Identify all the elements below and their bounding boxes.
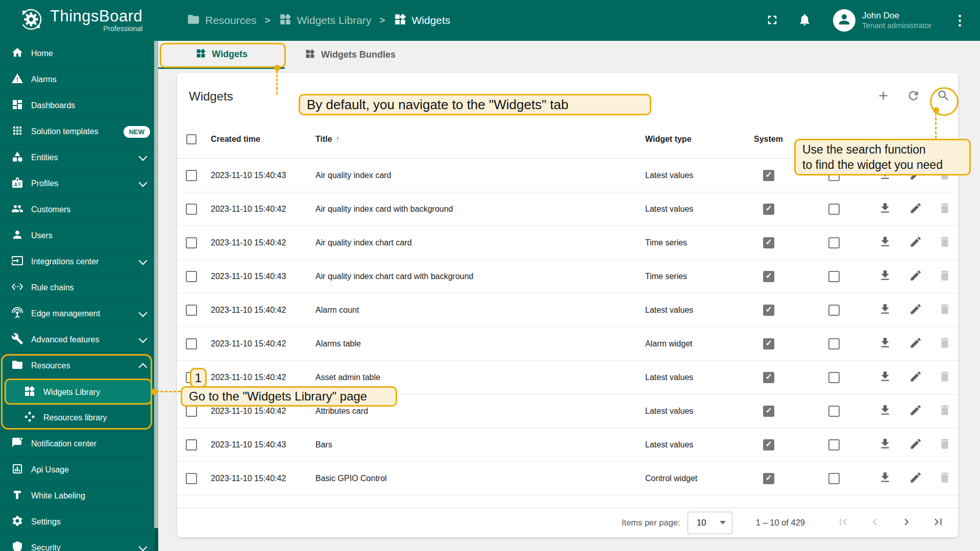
avatar[interactable]	[833, 9, 855, 32]
sidebar-item-settings[interactable]: Settings	[0, 509, 158, 535]
sidebar-item-customers[interactable]: Customers	[0, 197, 158, 223]
sidebar-item-dashboards[interactable]: Dashboards	[0, 93, 158, 119]
system-checkbox[interactable]	[763, 406, 774, 417]
row-checkbox[interactable]	[186, 204, 197, 215]
edit-button[interactable]	[909, 269, 922, 284]
column-header-widget-type[interactable]: Widget type	[617, 135, 739, 144]
sidebar-item-advanced-features[interactable]: Advanced features	[0, 327, 158, 353]
table-row[interactable]: 2023-11-10 15:40:42 Asset admin table La…	[177, 361, 958, 394]
table-row[interactable]: 2023-11-10 15:40:42 Air quality index ch…	[177, 226, 958, 260]
sidebar-scrollbar-thumb[interactable]	[154, 41, 158, 528]
download-button[interactable]	[878, 303, 892, 317]
edit-button[interactable]	[909, 168, 922, 183]
secondary-checkbox[interactable]	[828, 204, 840, 215]
next-page-button[interactable]	[900, 515, 913, 530]
sidebar-item-resources[interactable]: Resources	[0, 353, 158, 379]
sidebar-item-white-labeling[interactable]: White Labeling	[0, 483, 158, 509]
refresh-button[interactable]	[906, 89, 920, 104]
system-checkbox[interactable]	[763, 271, 774, 282]
column-header-system[interactable]: System	[754, 135, 783, 144]
row-checkbox[interactable]	[186, 338, 197, 349]
table-row[interactable]: 2023-11-10 15:40:42 Basic GPIO Control C…	[177, 462, 958, 495]
delete-button[interactable]	[938, 235, 951, 250]
download-button[interactable]	[878, 471, 892, 486]
sidebar-item-entities[interactable]: Entities	[0, 145, 158, 171]
table-row[interactable]: 2023-11-10 15:40:42 Alarms table Alarm w…	[177, 327, 958, 361]
row-checkbox[interactable]	[186, 439, 197, 450]
sidebar-item-resources-library[interactable]: Resources library	[0, 405, 158, 431]
edit-button[interactable]	[909, 235, 922, 250]
delete-button[interactable]	[938, 202, 951, 216]
sidebar-item-api-usage[interactable]: Api Usage	[0, 457, 158, 483]
edit-button[interactable]	[909, 404, 922, 418]
download-button[interactable]	[878, 437, 892, 452]
system-checkbox[interactable]	[763, 439, 774, 450]
row-checkbox[interactable]	[186, 406, 197, 417]
secondary-checkbox[interactable]	[828, 237, 840, 248]
previous-page-button[interactable]	[868, 515, 881, 530]
breadcrumb-item-resources[interactable]: Resources	[187, 13, 256, 28]
download-button[interactable]	[878, 404, 892, 418]
secondary-checkbox[interactable]	[828, 271, 840, 282]
system-checkbox[interactable]	[763, 305, 774, 316]
secondary-checkbox[interactable]	[828, 338, 840, 349]
table-row[interactable]: 2023-11-10 15:40:43 Air quality index ca…	[177, 159, 958, 192]
delete-button[interactable]	[938, 269, 951, 284]
search-button[interactable]	[937, 89, 950, 104]
tab-widgets-bundles[interactable]: Widgets Bundles	[285, 41, 415, 69]
sidebar-item-integrations-center[interactable]: Integrations center	[0, 249, 158, 275]
secondary-checkbox[interactable]	[828, 473, 840, 484]
add-widget-button[interactable]	[876, 89, 890, 104]
system-checkbox[interactable]	[763, 204, 774, 215]
row-checkbox[interactable]	[186, 372, 197, 383]
system-checkbox[interactable]	[763, 237, 774, 248]
delete-button[interactable]	[938, 404, 951, 418]
download-button[interactable]	[878, 336, 892, 351]
column-header-created-time[interactable]: Created time	[206, 135, 315, 144]
secondary-checkbox[interactable]	[828, 170, 840, 181]
edit-button[interactable]	[909, 370, 922, 385]
delete-button[interactable]	[938, 168, 951, 183]
table-row[interactable]: 2023-11-10 15:40:43 Air quality index ch…	[177, 260, 958, 293]
system-checkbox[interactable]	[763, 473, 774, 484]
edit-button[interactable]	[909, 437, 922, 452]
system-checkbox[interactable]	[763, 338, 774, 349]
secondary-checkbox[interactable]	[828, 439, 840, 450]
sidebar-item-notification-center[interactable]: Notification center	[0, 431, 158, 457]
column-header-title[interactable]: Title↑	[315, 135, 617, 144]
download-button[interactable]	[878, 370, 892, 385]
sidebar-item-alarms[interactable]: Alarms	[0, 67, 158, 93]
edit-button[interactable]	[909, 303, 922, 317]
row-checkbox[interactable]	[186, 237, 197, 248]
download-button[interactable]	[878, 235, 892, 250]
table-row[interactable]: 2023-11-10 15:40:42 Attributes card Late…	[177, 394, 958, 428]
row-checkbox[interactable]	[186, 271, 197, 282]
delete-button[interactable]	[938, 370, 951, 385]
system-checkbox[interactable]	[763, 372, 774, 383]
sidebar-item-rule-chains[interactable]: Rule chains	[0, 275, 158, 301]
items-per-page-select[interactable]: 10	[688, 512, 732, 534]
first-page-button[interactable]	[837, 515, 850, 530]
download-button[interactable]	[878, 202, 892, 216]
table-row[interactable]: 2023-11-10 15:40:42 Air quality index ca…	[177, 192, 958, 226]
tab-widgets[interactable]: Widgets	[158, 41, 285, 69]
secondary-checkbox[interactable]	[828, 406, 840, 417]
edit-button[interactable]	[909, 202, 922, 216]
sidebar-item-solution-templates[interactable]: Solution templates NEW	[0, 119, 158, 145]
row-checkbox[interactable]	[186, 473, 197, 484]
more-menu-icon[interactable]: ⋮	[953, 15, 967, 26]
breadcrumb-item-widgets-library[interactable]: Widgets Library	[279, 13, 372, 28]
download-button[interactable]	[878, 269, 892, 284]
system-checkbox[interactable]	[763, 170, 774, 181]
sidebar-item-edge-management[interactable]: Edge management	[0, 301, 158, 327]
edit-button[interactable]	[909, 471, 922, 486]
last-page-button[interactable]	[932, 515, 945, 530]
sidebar-item-security[interactable]: Security	[0, 535, 158, 551]
sidebar-item-users[interactable]: Users	[0, 223, 158, 249]
select-all-checkbox[interactable]	[186, 134, 197, 144]
sidebar-item-profiles[interactable]: Profiles	[0, 171, 158, 197]
table-row[interactable]: 2023-11-10 15:40:43 Bars Latest values	[177, 428, 958, 462]
delete-button[interactable]	[938, 303, 951, 317]
download-button[interactable]	[878, 168, 892, 183]
fullscreen-button[interactable]	[765, 13, 779, 29]
